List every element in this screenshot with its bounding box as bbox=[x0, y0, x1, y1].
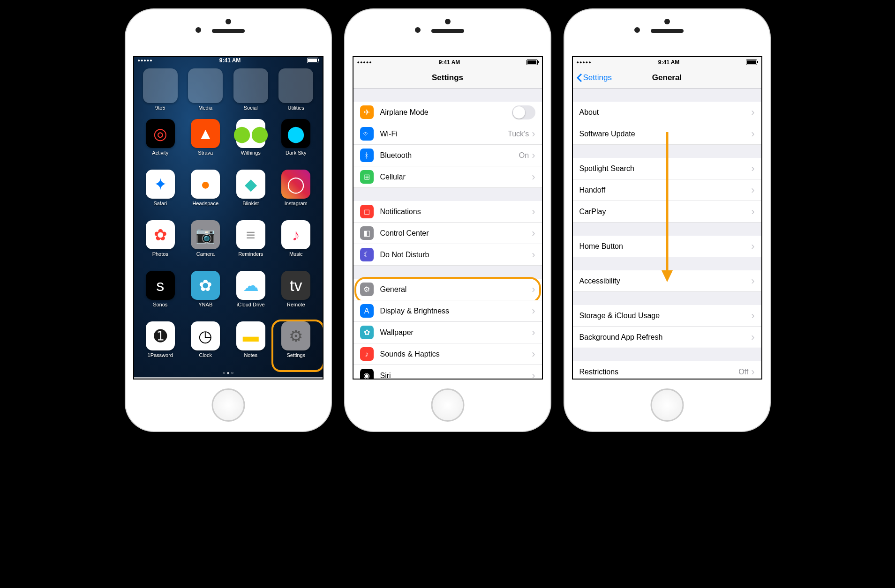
cell-label: Accessibility bbox=[579, 277, 752, 285]
cell-icon: ◻ bbox=[360, 205, 374, 218]
app-camera[interactable]: 📷Camera bbox=[184, 220, 227, 267]
chevron-right-icon: › bbox=[751, 128, 754, 140]
cell-bluetooth[interactable]: ᚼBluetoothOn› bbox=[353, 145, 542, 166]
status-bar: ●●●●● 9:41 AM bbox=[353, 57, 542, 67]
app-withings[interactable]: ⬤⬤Withings bbox=[229, 119, 273, 166]
app-activity[interactable]: ◎Activity bbox=[139, 119, 182, 166]
folder-utilities[interactable]: Utilities bbox=[274, 68, 318, 115]
cell-background-app-refresh[interactable]: Background App Refresh› bbox=[573, 327, 761, 348]
general-list[interactable]: About›Software Update›Spotlight Search›H… bbox=[573, 89, 761, 379]
app-icon: ▲ bbox=[191, 119, 220, 148]
cell-wi-fi[interactable]: ᯤWi-FiTuck's› bbox=[353, 123, 542, 145]
front-camera bbox=[196, 27, 201, 33]
cell-icon: ᯤ bbox=[360, 127, 374, 141]
cell-airplane-mode[interactable]: ✈Airplane Mode bbox=[353, 102, 542, 123]
app-icon: ⚙ bbox=[281, 321, 310, 350]
folder-icon bbox=[233, 68, 268, 103]
cell-notifications[interactable]: ◻Notifications› bbox=[353, 201, 542, 223]
chevron-right-icon: › bbox=[751, 106, 754, 119]
cell-label: Handoff bbox=[579, 186, 752, 194]
app-strava[interactable]: ▲Strava bbox=[184, 119, 227, 166]
proximity-sensor bbox=[226, 19, 231, 24]
app-icon: ◆ bbox=[236, 170, 265, 199]
cell-label: Storage & iCloud Usage bbox=[579, 312, 752, 320]
chevron-right-icon: › bbox=[532, 227, 535, 239]
cell-restrictions[interactable]: RestrictionsOff› bbox=[573, 361, 761, 379]
earpiece-speaker bbox=[651, 29, 684, 33]
folder-media[interactable]: Media bbox=[184, 68, 227, 115]
cell-general[interactable]: ⚙General› bbox=[353, 279, 542, 300]
app-icon: 📷 bbox=[191, 220, 220, 249]
cell-cellular[interactable]: ⊞Cellular› bbox=[353, 166, 542, 188]
app-label: Remote bbox=[287, 302, 305, 307]
battery-icon bbox=[746, 60, 757, 65]
app-music[interactable]: ♪Music bbox=[274, 220, 318, 267]
folder-9to5[interactable]: 9to5 bbox=[139, 68, 182, 115]
app-clock[interactable]: ◷Clock bbox=[184, 321, 227, 368]
front-camera bbox=[415, 27, 421, 33]
app-label: iCloud Drive bbox=[237, 302, 265, 307]
app-label: Music bbox=[289, 251, 303, 257]
cell-sounds-haptics[interactable]: ♪Sounds & Haptics› bbox=[353, 343, 542, 365]
cell-home-button[interactable]: Home Button› bbox=[573, 236, 761, 257]
cell-handoff[interactable]: Handoff› bbox=[573, 179, 761, 201]
cell-control-center[interactable]: ◧Control Center› bbox=[353, 223, 542, 244]
cell-do-not-disturb[interactable]: ☾Do Not Disturb› bbox=[353, 244, 542, 266]
toggle-switch[interactable] bbox=[512, 105, 535, 119]
home-button[interactable] bbox=[650, 388, 684, 422]
app-ynab[interactable]: ✿YNAB bbox=[184, 271, 227, 318]
folder-label: Media bbox=[198, 105, 212, 111]
app-remote[interactable]: tvRemote bbox=[274, 271, 318, 318]
cell-label: Wallpaper bbox=[380, 328, 532, 337]
status-time: 9:41 AM bbox=[219, 57, 241, 64]
app-label: Safari bbox=[153, 201, 167, 206]
page-indicator: ○ ● ○ bbox=[134, 368, 323, 377]
app-notes[interactable]: ▬Notes bbox=[229, 321, 273, 368]
cell-label: Restrictions bbox=[579, 368, 739, 376]
cell-storage-icloud-usage[interactable]: Storage & iCloud Usage› bbox=[573, 305, 761, 327]
app-label: YNAB bbox=[198, 302, 212, 307]
cell-carplay[interactable]: CarPlay› bbox=[573, 201, 761, 223]
settings-list[interactable]: ✈Airplane ModeᯤWi-FiTuck's›ᚼBluetoothOn›… bbox=[353, 89, 542, 379]
cell-wallpaper[interactable]: ✿Wallpaper› bbox=[353, 322, 542, 343]
folder-social[interactable]: Social bbox=[229, 68, 273, 115]
home-button[interactable] bbox=[431, 388, 464, 422]
app-label: Instagram bbox=[285, 201, 308, 206]
chevron-right-icon: › bbox=[751, 240, 754, 253]
proximity-sensor bbox=[445, 19, 451, 24]
cell-detail: Tuck's bbox=[508, 130, 529, 138]
home-button[interactable] bbox=[211, 388, 245, 422]
chevron-right-icon: › bbox=[532, 171, 535, 183]
chevron-right-icon: › bbox=[751, 275, 754, 287]
app-blinkist[interactable]: ◆Blinkist bbox=[229, 170, 273, 216]
app-instagram[interactable]: ◯Instagram bbox=[274, 170, 318, 216]
app-sonos[interactable]: sSonos bbox=[139, 271, 182, 318]
chevron-left-icon bbox=[577, 73, 582, 82]
cell-display-brightness[interactable]: ADisplay & Brightness› bbox=[353, 300, 542, 322]
cell-about[interactable]: About› bbox=[573, 102, 761, 123]
app-label: Dark Sky bbox=[286, 150, 307, 156]
cell-accessibility[interactable]: Accessibility› bbox=[573, 270, 761, 292]
back-label: Settings bbox=[583, 73, 612, 82]
app-photos[interactable]: ✿Photos bbox=[139, 220, 182, 267]
cell-icon: A bbox=[360, 304, 374, 318]
cell-software-update[interactable]: Software Update› bbox=[573, 123, 761, 145]
chevron-right-icon: › bbox=[751, 184, 754, 196]
app-settings[interactable]: ⚙Settings bbox=[274, 321, 318, 368]
app-headspace[interactable]: ●Headspace bbox=[184, 170, 227, 216]
cell-siri[interactable]: ◉Siri› bbox=[353, 365, 542, 379]
app-label: 1Password bbox=[148, 352, 173, 358]
app-icon: ● bbox=[191, 170, 220, 199]
app-dark-sky[interactable]: ⬤Dark Sky bbox=[274, 119, 318, 166]
cell-spotlight-search[interactable]: Spotlight Search› bbox=[573, 158, 761, 179]
back-button[interactable]: Settings bbox=[577, 73, 612, 82]
phone-frame-general: ●●●●● 9:41 AM Settings General About›Sof… bbox=[564, 9, 770, 431]
app-1password[interactable]: ➊1Password bbox=[139, 321, 182, 368]
app-safari[interactable]: ✦Safari bbox=[139, 170, 182, 216]
app-label: Headspace bbox=[192, 201, 218, 206]
app-icloud-drive[interactable]: ☁iCloud Drive bbox=[229, 271, 273, 318]
cell-icon: ✈ bbox=[360, 105, 374, 119]
nav-bar: Settings bbox=[353, 67, 542, 89]
app-label: Activity bbox=[152, 150, 168, 156]
app-reminders[interactable]: ≡Reminders bbox=[229, 220, 273, 267]
